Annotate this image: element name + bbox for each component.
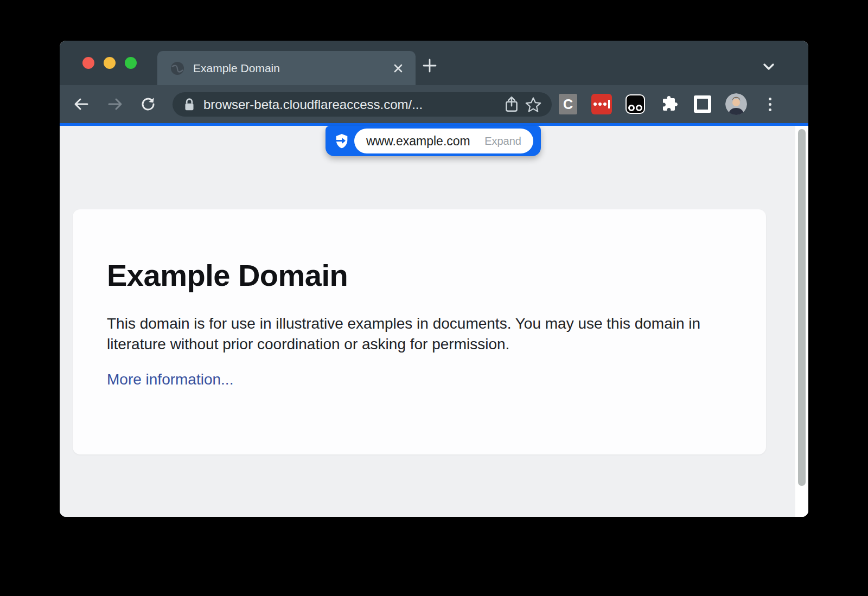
forward-button[interactable] [103, 92, 127, 116]
extensions-puzzle-icon [659, 94, 679, 114]
side-panel-icon [694, 95, 711, 113]
goggles-icon [626, 94, 645, 114]
bookmark-star-icon [525, 96, 542, 113]
isolation-badge: www.example.com Expand [326, 126, 541, 156]
share-button[interactable] [501, 94, 522, 116]
bookmark-button[interactable] [522, 94, 544, 116]
isolation-hostname-pill[interactable]: www.example.com Expand [354, 129, 533, 153]
scrollbar-track[interactable] [795, 126, 808, 517]
extension-c-icon: C [559, 94, 577, 114]
page-heading: Example Domain [107, 260, 732, 291]
globe-favicon-icon [170, 61, 184, 75]
shield-arrow-icon [334, 133, 350, 149]
address-bar[interactable]: browser-beta.cloudflareaccess.com/... [173, 92, 552, 117]
page-content: www.example.com Expand Example Domain Th… [60, 126, 808, 517]
profile-button[interactable] [724, 92, 748, 116]
browser-menu-button[interactable] [758, 92, 782, 116]
share-icon [503, 95, 520, 114]
three-dot-menu-icon [769, 98, 771, 111]
tab-title: Example Domain [193, 62, 391, 75]
example-domain-card: Example Domain This domain is for use in… [73, 209, 766, 454]
back-button[interactable] [69, 92, 93, 116]
back-icon [73, 95, 90, 113]
reload-button[interactable] [136, 92, 160, 116]
forward-icon [106, 95, 124, 113]
active-tab[interactable]: Example Domain [157, 51, 416, 85]
new-tab-button[interactable] [419, 55, 441, 76]
profile-avatar [725, 93, 747, 115]
page-paragraph: This domain is for use in illustrative e… [107, 313, 731, 355]
extension-c-button[interactable]: C [556, 92, 580, 116]
lastpass-icon [591, 94, 612, 114]
tab-strip: Example Domain [60, 41, 808, 85]
browser-toolbar: browser-beta.cloudflareaccess.com/... C [60, 85, 808, 123]
window-minimize-button[interactable] [104, 57, 116, 69]
window-zoom-button[interactable] [125, 57, 137, 69]
window-controls [82, 57, 137, 69]
isolated-hostname: www.example.com [366, 134, 470, 149]
lock-icon [183, 97, 195, 112]
more-information-link[interactable]: More information... [107, 371, 233, 388]
side-panel-button[interactable] [691, 92, 714, 116]
screenshot-stage: Example Domain [0, 0, 868, 596]
url-text: browser-beta.cloudflareaccess.com/... [203, 97, 501, 112]
tab-close-icon[interactable] [391, 61, 406, 76]
window-close-button[interactable] [82, 57, 94, 69]
expand-button[interactable]: Expand [484, 135, 521, 148]
extension-lastpass-button[interactable] [590, 92, 614, 116]
reload-icon [139, 95, 157, 113]
extensions-row: C [556, 92, 792, 116]
tab-search-chevron-icon[interactable] [758, 56, 780, 78]
extension-goggles-button[interactable] [623, 92, 647, 116]
browser-window: Example Domain [60, 41, 808, 517]
scrollbar-thumb[interactable] [798, 129, 806, 486]
extensions-menu-button[interactable] [657, 92, 681, 116]
